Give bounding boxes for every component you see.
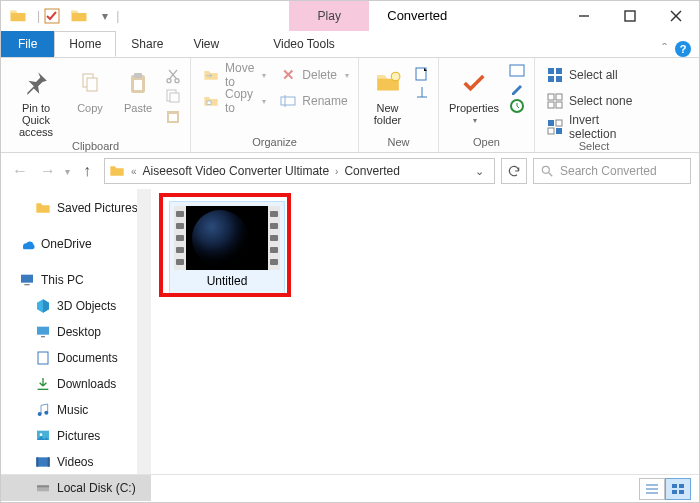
folder-icon [9,7,31,29]
qat-folder-icon[interactable] [70,7,92,29]
documents-icon [35,350,51,366]
address-bar[interactable]: « Aiseesoft Video Converter Ultimate › C… [104,158,495,184]
qat-overflow-icon[interactable]: ▾ [98,9,112,23]
move-to-button[interactable]: Move to▾ [199,64,270,86]
open-icon[interactable] [509,62,525,78]
ribbon-tabs: File Home Share View Video Tools ˆ ? [1,31,699,57]
tree-item-music[interactable]: Music [1,397,151,423]
forward-button[interactable]: → [37,160,59,182]
file-list-area[interactable]: Untitled [151,189,699,474]
svg-rect-25 [548,76,554,82]
up-button[interactable]: ↑ [76,160,98,182]
divider-icon: | [116,9,119,23]
new-folder-button[interactable]: New folder [367,62,408,126]
paste-button[interactable]: Paste [117,62,159,114]
pin-icon [23,66,49,100]
group-label-clipboard: Clipboard [9,138,182,154]
refresh-button[interactable] [501,158,527,184]
chevron-right-icon[interactable]: › [333,166,340,177]
copy-icon [78,66,102,100]
rename-icon [280,93,296,109]
svg-rect-56 [679,484,684,488]
tree-item-onedrive[interactable]: OneDrive [1,231,151,257]
desktop-icon [35,324,51,340]
svg-rect-57 [672,490,677,494]
edit-icon[interactable] [509,80,525,96]
svg-point-11 [175,79,179,83]
svg-rect-48 [36,457,38,466]
group-label-new: New [367,134,430,150]
svg-rect-28 [556,94,562,100]
delete-button[interactable]: ✕ Delete▾ [276,64,353,86]
cut-icon[interactable] [165,68,181,84]
chevron-left-icon[interactable]: « [129,166,139,177]
tree-item-saved-pictures[interactable]: Saved Pictures [1,195,151,221]
divider-icon: | [37,9,40,23]
svg-rect-49 [48,457,50,466]
tree-item-desktop[interactable]: Desktop [1,319,151,345]
tree-item-videos[interactable]: Videos [1,449,151,475]
close-button[interactable] [653,1,699,31]
svg-rect-6 [87,78,97,91]
copy-to-button[interactable]: Copy to▾ [199,90,270,112]
tree-item-pictures[interactable]: Pictures [1,423,151,449]
properties-button[interactable]: Properties ▾ [447,62,501,125]
tree-item-documents[interactable]: Documents [1,345,151,371]
copy-path-icon[interactable] [165,88,181,104]
videos-icon [35,454,51,470]
video-thumbnail [174,206,280,270]
minimize-button[interactable] [561,1,607,31]
svg-rect-13 [170,93,179,102]
svg-rect-40 [41,336,45,337]
svg-rect-37 [21,275,33,283]
select-all-button[interactable]: Select all [543,64,645,86]
select-none-button[interactable]: Select none [543,90,645,112]
paste-shortcut-icon[interactable] [165,108,181,124]
folder-icon [35,200,51,216]
svg-rect-30 [556,102,562,108]
tree-item-this-pc[interactable]: This PC [1,267,151,293]
svg-point-46 [40,433,43,436]
svg-rect-51 [37,485,49,487]
easy-access-icon[interactable] [414,84,430,100]
help-icon[interactable]: ? [675,41,691,57]
svg-rect-34 [556,128,562,134]
rename-button[interactable]: Rename [276,90,353,112]
tab-view[interactable]: View [178,31,234,57]
invert-selection-button[interactable]: Invert selection [543,116,645,138]
move-to-icon [203,67,219,83]
copy-to-icon [203,93,219,109]
contextual-tab-label: Play [289,1,369,31]
svg-rect-21 [510,65,524,76]
minimize-ribbon-icon[interactable]: ˆ [662,41,667,57]
objects3d-icon [35,298,51,314]
breadcrumb-item[interactable]: Converted [344,164,399,178]
quick-access-toolbar: | ▾ | [1,1,119,31]
history-icon[interactable] [509,98,525,114]
pin-to-quick-access-button[interactable]: Pin to Quick access [9,62,63,138]
tree-item-3d-objects[interactable]: 3D Objects [1,293,151,319]
search-input[interactable] [560,164,684,178]
tab-share[interactable]: Share [116,31,178,57]
back-button[interactable]: ← [9,160,31,182]
svg-rect-24 [556,68,562,74]
breadcrumb-item[interactable]: Aiseesoft Video Converter Ultimate [143,164,330,178]
tree-item-local-disk[interactable]: Local Disk (C:) [1,475,151,501]
music-icon [35,402,51,418]
qat-checkbox-icon[interactable] [44,8,60,24]
recent-locations-icon[interactable]: ▾ [65,166,70,177]
tab-video-tools[interactable]: Video Tools [258,31,350,57]
thumbnail-view-button[interactable] [665,478,691,500]
tree-item-downloads[interactable]: Downloads [1,371,151,397]
new-item-icon[interactable] [414,66,430,82]
search-box[interactable] [533,158,691,184]
main-area: Saved Pictures OneDrive This PC 3D Objec… [1,189,699,474]
copy-button[interactable]: Copy [69,62,111,114]
file-item[interactable]: Untitled [169,201,285,295]
address-dropdown-icon[interactable]: ⌄ [469,165,490,178]
tab-file[interactable]: File [1,31,54,57]
details-view-button[interactable] [639,478,665,500]
tree-scrollbar[interactable] [137,189,151,474]
maximize-button[interactable] [607,1,653,31]
tab-home[interactable]: Home [54,31,116,57]
